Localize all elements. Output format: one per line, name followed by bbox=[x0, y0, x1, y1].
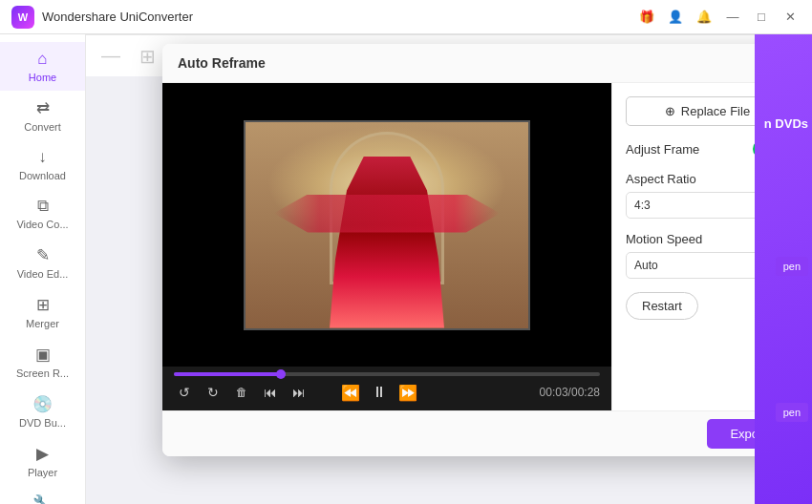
content-area: n DVDs pen pen Auto Reframe ✕ bbox=[86, 34, 812, 504]
replace-icon: ⊕ bbox=[665, 104, 675, 118]
edit-icon: ✎ bbox=[36, 245, 50, 265]
main-layout: ⌂ Home ⇄ Convert ↓ Download ⧉ Video Co..… bbox=[0, 34, 812, 504]
bottom-bar-icon-2: ⊞ bbox=[139, 45, 156, 68]
modal-body: ↺ ↻ 🗑 ⏮ ⏭ ⏪ ⏸ ⏩ 00:03/00:28 bbox=[162, 83, 802, 410]
delete-button[interactable]: 🗑 bbox=[231, 382, 252, 403]
sidebar-item-label: Video Ed... bbox=[17, 268, 69, 280]
toolbox-icon: 🔧 bbox=[32, 494, 53, 504]
bottom-bar-icon-1: — bbox=[101, 45, 120, 67]
video-preview-area bbox=[162, 83, 611, 367]
redo-button[interactable]: ↻ bbox=[203, 382, 224, 403]
maximize-button[interactable]: □ bbox=[751, 7, 772, 28]
dvd-icon: 💿 bbox=[32, 394, 53, 414]
sidebar-item-label: DVD Bu... bbox=[19, 417, 66, 429]
next-frame-button[interactable]: ⏭ bbox=[288, 382, 310, 403]
minimize-button[interactable]: — bbox=[722, 7, 743, 28]
modal-footer: Export bbox=[162, 410, 802, 456]
sidebar-item-label: Merger bbox=[26, 318, 59, 329]
promo-open-button-2[interactable]: pen bbox=[776, 403, 808, 422]
app-title: Wondershare UniConverter bbox=[42, 10, 636, 24]
skip-forward-button[interactable]: ⏩ bbox=[397, 382, 418, 403]
progress-fill bbox=[174, 372, 281, 376]
sidebar-item-label: Video Co... bbox=[16, 219, 68, 230]
sidebar-item-player[interactable]: ▶ Player bbox=[0, 436, 85, 486]
sidebar: ⌂ Home ⇄ Convert ↓ Download ⧉ Video Co..… bbox=[0, 34, 86, 504]
promo-dvd-text: n DVDs bbox=[764, 116, 808, 131]
modal-header: Auto Reframe ✕ bbox=[162, 44, 802, 83]
adjust-frame-label: Adjust Frame bbox=[626, 142, 699, 157]
dancer-arms bbox=[274, 195, 501, 233]
download-icon: ↓ bbox=[38, 148, 47, 167]
restart-button[interactable]: Restart bbox=[626, 292, 698, 320]
window-controls: 🎁 👤 🔔 — □ ✕ bbox=[636, 7, 801, 28]
compress-icon: ⧉ bbox=[37, 197, 49, 216]
convert-icon: ⇄ bbox=[36, 98, 50, 118]
sidebar-item-download[interactable]: ↓ Download bbox=[0, 140, 85, 189]
sidebar-item-merger[interactable]: ⊞ Merger bbox=[0, 287, 85, 337]
home-icon: ⌂ bbox=[37, 50, 47, 69]
video-frame bbox=[244, 120, 530, 330]
controls-row: ↺ ↻ 🗑 ⏮ ⏭ ⏪ ⏸ ⏩ 00:03/00:28 bbox=[174, 380, 600, 405]
sidebar-item-label: Screen R... bbox=[16, 368, 69, 379]
player-icon: ▶ bbox=[36, 444, 49, 464]
close-button[interactable]: ✕ bbox=[780, 7, 801, 28]
progress-bar[interactable] bbox=[174, 372, 600, 376]
replace-file-label: Replace File bbox=[681, 104, 750, 118]
sidebar-item-toolbox[interactable]: 🔧 Toolbox bbox=[0, 486, 85, 504]
sidebar-item-label: Download bbox=[19, 170, 66, 181]
sidebar-item-label: Convert bbox=[24, 121, 61, 133]
sidebar-item-video-edit[interactable]: ✎ Video Ed... bbox=[0, 238, 85, 287]
screen-record-icon: ▣ bbox=[35, 345, 51, 365]
user-icon[interactable]: 👤 bbox=[665, 7, 686, 28]
app-logo: W bbox=[11, 6, 34, 29]
auto-reframe-modal: Auto Reframe ✕ bbox=[162, 44, 802, 456]
title-bar: W Wondershare UniConverter 🎁 👤 🔔 — □ ✕ bbox=[0, 0, 812, 34]
undo-button[interactable]: ↺ bbox=[174, 382, 195, 403]
promo-open-button-1[interactable]: pen bbox=[776, 257, 808, 276]
notification-icon[interactable]: 🔔 bbox=[694, 7, 715, 28]
gift-icon[interactable]: 🎁 bbox=[636, 7, 657, 28]
sidebar-item-convert[interactable]: ⇄ Convert bbox=[0, 91, 85, 140]
progress-handle[interactable] bbox=[276, 369, 286, 379]
sidebar-item-screen-record[interactable]: ▣ Screen R... bbox=[0, 337, 85, 387]
sidebar-item-label: Player bbox=[28, 467, 57, 478]
promo-panel: n DVDs pen pen bbox=[755, 34, 812, 504]
merger-icon: ⊞ bbox=[36, 295, 50, 315]
sidebar-item-home[interactable]: ⌂ Home bbox=[0, 42, 85, 91]
prev-frame-button[interactable]: ⏮ bbox=[260, 382, 281, 403]
play-pause-button[interactable]: ⏸ bbox=[369, 382, 390, 403]
video-section: ↺ ↻ 🗑 ⏮ ⏭ ⏪ ⏸ ⏩ 00:03/00:28 bbox=[162, 83, 611, 410]
time-display: 00:03/00:28 bbox=[540, 386, 600, 399]
sidebar-item-video-compress[interactable]: ⧉ Video Co... bbox=[0, 189, 85, 238]
skip-back-button[interactable]: ⏪ bbox=[340, 382, 361, 403]
sidebar-item-dvd[interactable]: 💿 DVD Bu... bbox=[0, 387, 85, 436]
sidebar-item-label: Home bbox=[29, 72, 56, 83]
modal-title: Auto Reframe bbox=[178, 55, 266, 71]
video-controls: ↺ ↻ 🗑 ⏮ ⏭ ⏪ ⏸ ⏩ 00:03/00:28 bbox=[162, 367, 611, 410]
